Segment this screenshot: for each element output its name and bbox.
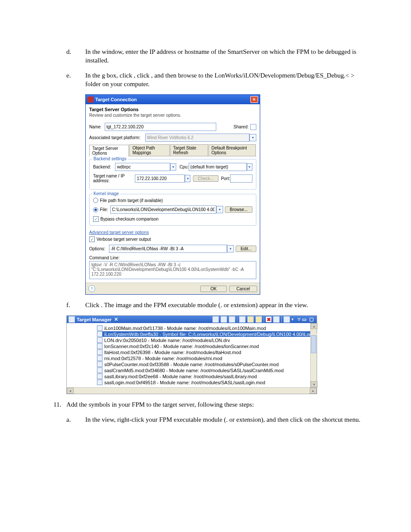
- delete-icon[interactable]: ✖: [266, 317, 271, 322]
- module-icon: [97, 373, 103, 379]
- gear-icon[interactable]: [247, 316, 254, 323]
- step-11a-text: In the view, right-click your FPM execut…: [85, 415, 364, 424]
- module-tree-item[interactable]: rni.mod:0xf12578 - Module name: /root/mo…: [97, 355, 314, 361]
- module-tree-item[interactable]: iLon100Main.mod:0xf11738 - Module name: …: [97, 325, 314, 331]
- radio-file-from-target[interactable]: [93, 198, 98, 203]
- pane-close-icon[interactable]: ✕: [114, 317, 118, 322]
- module-tree-item[interactable]: iLonSystemWdb:0xeffa30 - Symbol file: C:…: [97, 331, 314, 337]
- pane-toolbar: ✖ ▾ ▽ ▭ ▢: [212, 316, 315, 323]
- step-11: 11. Add the symbols in your FPM to the t…: [53, 400, 364, 409]
- pane-body: ▴ ▾ iLon100Main.mod:0xf11738 - Module na…: [67, 323, 317, 387]
- toolbar-icon-1[interactable]: [212, 316, 219, 323]
- tab-object-path-mappings[interactable]: Object Path Mappings: [129, 144, 169, 156]
- module-tree-item-label: iLonSystemWdb:0xeffa30 - Symbol file: C:…: [104, 332, 338, 337]
- cmdline-label: Command Line:: [89, 255, 256, 260]
- browse-button[interactable]: Browse...: [225, 206, 252, 213]
- maximize-icon[interactable]: ▢: [309, 317, 315, 322]
- help-icon[interactable]: ?: [88, 285, 95, 292]
- tab-default-breakpoint-options[interactable]: Default Breakpoint Options: [209, 144, 256, 156]
- radio-file-from-target-label: File path from target (if available): [100, 198, 163, 203]
- kernel-file-input[interactable]: [110, 205, 216, 214]
- dropdown-icon[interactable]: ▾: [292, 317, 293, 321]
- scroll-up-icon[interactable]: ▴: [311, 323, 318, 329]
- options-input[interactable]: [109, 245, 227, 253]
- check-button[interactable]: Check...: [193, 175, 218, 182]
- target-manager-pane: Target Manager ✕ ✖ ▾ ▽ ▭ ▢: [66, 315, 317, 394]
- backend-input[interactable]: [115, 163, 170, 171]
- backend-group-title: Backend settings: [92, 156, 128, 161]
- assoc-dropdown-icon[interactable]: ▾: [249, 134, 256, 141]
- ip-input[interactable]: [135, 174, 185, 183]
- name-input[interactable]: [105, 123, 216, 131]
- step-11-text: Add the symbols in your FPM to the targe…: [66, 400, 364, 409]
- module-icon: [97, 355, 103, 361]
- pane-titlebar: Target Manager ✕ ✖ ▾ ▽ ▭ ▢: [67, 316, 317, 323]
- tab-target-server-options[interactable]: Target Server Options: [89, 145, 129, 156]
- module-tree-item-label: saslLogin.mod:0xf49518 - Module name: /r…: [104, 380, 265, 385]
- shared-checkbox[interactable]: [250, 124, 256, 130]
- module-icon: [97, 325, 103, 331]
- vertical-scroll-thumb[interactable]: [311, 335, 316, 353]
- ok-button[interactable]: OK: [200, 286, 226, 292]
- module-tree-item[interactable]: s0PulseCounter.mod:0xf33588 - Module nam…: [97, 361, 314, 367]
- vertical-scrollbar[interactable]: ▴ ▾: [310, 323, 317, 387]
- verbose-label: Verbose target server output: [97, 237, 151, 242]
- dialog-tabs: Target Server Options Object Path Mappin…: [89, 144, 256, 156]
- module-tree-item[interactable]: lonScanner.mod:0xf2c140 - Module name: /…: [97, 343, 314, 349]
- toolbar-icon-9[interactable]: [283, 316, 290, 323]
- step-d: d. In the window, enter the IP address o…: [66, 47, 364, 65]
- horizontal-scrollbar[interactable]: ◂ ▸: [67, 387, 317, 394]
- toolbar-icon-8[interactable]: [273, 316, 280, 323]
- module-tree-item-label: iLon100Main.mod:0xf11738 - Module name: …: [104, 326, 266, 331]
- assoc-label: Associated target platform:: [89, 135, 145, 140]
- radio-file[interactable]: [93, 207, 98, 212]
- vxworks-icon: [87, 96, 93, 103]
- step-f: f. Click . The image and the FPM executa…: [66, 301, 364, 309]
- verbose-checkbox[interactable]: ✓: [89, 236, 95, 242]
- refresh-icon[interactable]: [239, 316, 246, 323]
- backend-settings-group: Backend settings Backend: ▾ Cpu: ▾ Targe…: [89, 159, 256, 190]
- cancel-button[interactable]: Cancel: [229, 286, 257, 292]
- step-11-label: 11.: [53, 400, 66, 409]
- cpu-input[interactable]: [189, 163, 247, 171]
- module-tree-item[interactable]: saslLogin.mod:0xf49518 - Module name: /r…: [97, 380, 314, 385]
- name-label: Name: [89, 124, 105, 129]
- target-connection-dialog: Target Connection ✕ Target Server Option…: [85, 94, 260, 295]
- edit-button[interactable]: Edit...: [236, 246, 256, 252]
- close-icon[interactable]: ✕: [250, 96, 258, 103]
- minimize-icon[interactable]: ▭: [302, 317, 308, 322]
- scroll-down-icon[interactable]: ▾: [311, 381, 318, 387]
- bypass-checkbox[interactable]: ✓: [93, 216, 99, 222]
- scroll-left-icon[interactable]: ◂: [67, 388, 74, 394]
- module-tree-item[interactable]: saslCramMd5.mod:0xf34680 - Module name: …: [97, 367, 314, 373]
- pane-title: Target Manager: [77, 317, 112, 322]
- step-d-label: d.: [66, 47, 85, 65]
- assoc-platform-input: [145, 134, 249, 142]
- menu-triangle-icon[interactable]: ▽: [298, 317, 300, 321]
- ip-dropdown-icon[interactable]: ▾: [185, 175, 190, 182]
- step-11a: a. In the view, right-click your FPM exe…: [66, 415, 364, 424]
- gears-icon[interactable]: [255, 316, 262, 323]
- kernel-image-group: Kernel image File path from target (if a…: [89, 194, 256, 226]
- dialog-titlebar: Target Connection ✕: [86, 95, 260, 104]
- module-tree-item[interactable]: saslLibrary.mod:0xf2ee68 - Module name: …: [97, 373, 314, 379]
- options-dropdown-icon[interactable]: ▾: [227, 245, 234, 252]
- backend-dropdown-icon[interactable]: ▾: [170, 163, 176, 171]
- toolbar-icon-2[interactable]: [221, 316, 227, 323]
- module-tree-item[interactable]: ltaHost.mod:0xf26398 - Module name: /roo…: [97, 349, 314, 355]
- module-tree-item[interactable]: LON.drv:0x2050d10 - Module name: /root/m…: [97, 337, 314, 343]
- toolbar-icon-3[interactable]: [229, 316, 235, 323]
- kernel-file-dropdown-icon[interactable]: ▾: [216, 206, 223, 213]
- module-tree-item-label: lonScanner.mod:0xf2c140 - Module name: /…: [104, 344, 259, 349]
- advanced-options-link[interactable]: Advanced target server options: [89, 230, 256, 235]
- backend-label: Backend:: [93, 165, 115, 169]
- cpu-label: Cpu:: [180, 165, 189, 169]
- tab-target-state-refresh[interactable]: Target State Refresh: [170, 144, 208, 156]
- port-input[interactable]: [230, 174, 252, 183]
- module-icon: [97, 349, 103, 355]
- ip-label: Target name / IP address:: [93, 174, 135, 183]
- module-icon: [97, 380, 103, 385]
- cpu-dropdown-icon[interactable]: ▾: [247, 163, 252, 171]
- scroll-right-icon[interactable]: ▸: [310, 388, 317, 394]
- module-icon: [97, 367, 103, 373]
